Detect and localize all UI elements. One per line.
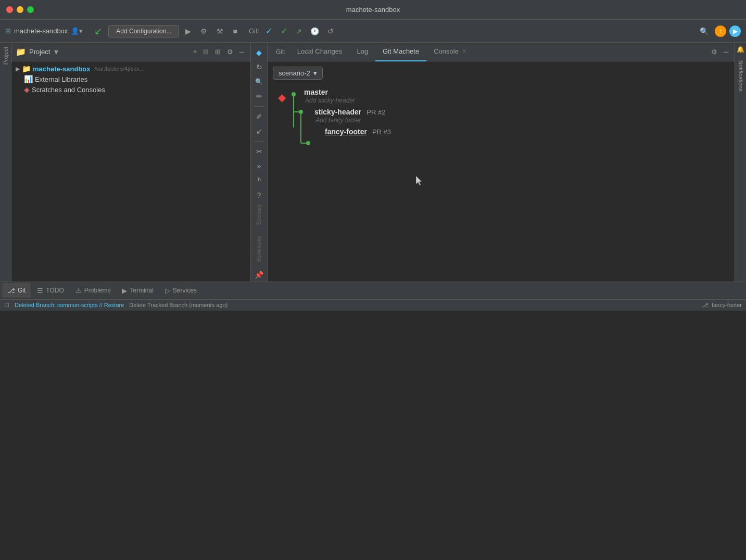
bookmark-pin-button[interactable]: 📌 [252,268,266,282]
scenario-dropdown[interactable]: scenario-2 ▾ [273,67,323,80]
title-bar: machete-sandbox [0,0,746,20]
notifications-label: Notifications [738,60,744,92]
close-button[interactable] [6,6,13,13]
tab-problems[interactable]: ⚠ Problems [70,283,116,298]
right-sidebar: 🔔 Notifications [735,43,746,282]
search-button[interactable]: 🔍 [697,25,712,37]
git-history-button[interactable]: 🕐 [307,25,322,37]
todo-icon: ☰ [37,287,43,295]
git-machete-tool-button[interactable]: ◆ [252,46,266,59]
main-toolbar: ⊞ machete-sandbox 👤▾ ↙ Add Configuration… [0,20,746,43]
debug-button[interactable]: ⚙ [197,25,210,37]
edit2-tool-button[interactable]: ✐ [252,110,266,123]
git-tabs-label: Git: [272,48,290,56]
collapse-all-button[interactable]: ⊟ [201,47,211,57]
minimize-panel-button[interactable]: ─ [237,47,246,57]
branch-fancy-footer-pr: PR #3 [372,128,391,136]
run-button[interactable]: ▶ [182,25,194,37]
svg-point-6 [306,141,310,145]
git-actions: ✓ ✓ ↗ 🕐 ↺ [262,24,337,38]
folder-icon: 📁 [16,47,26,57]
project-icon: ⊞ [5,27,11,35]
branch-row-fancy-footer[interactable]: fancy-footer PR #3 [304,128,724,136]
notifications-bell[interactable]: 🔔 [736,45,745,54]
back-button[interactable]: ↙ [91,23,105,39]
current-branch[interactable]: fancy-footer [712,302,742,308]
minimize-button[interactable] [17,6,23,13]
profile-icon[interactable]: 👤▾ [71,27,83,35]
dropdown-chevron: ▾ [313,69,317,77]
status-message[interactable]: Deleted Branch: common-scripts // Restor… [15,302,124,308]
todo-label: TODO [46,287,64,294]
update-icon[interactable]: ↑ [715,26,726,37]
sync-tool-button[interactable]: ↻ [252,60,266,74]
project-label: ⊞ machete-sandbox 👤▾ [5,27,83,35]
services-icon: ▷ [165,287,170,295]
project-tree: ▶ 📁 machete-sandbox /var/folders/4j/skx.… [11,61,250,97]
status-action: Delete Tracked Branch (moments ago) [129,302,227,308]
question-tool-button[interactable]: ? [252,188,266,202]
left-sidebar: Project [0,43,11,282]
services-label: Services [173,287,197,294]
branch-sticky-header-name: sticky-header [314,108,361,116]
tree-external-libs[interactable]: 📊 External Libraries [11,74,250,84]
status-checkbox: ☐ [4,302,9,309]
scissors-tool-button[interactable]: ✂ [252,145,266,158]
tree-folder-icon: 📁 [22,65,31,73]
tree-scratches[interactable]: ◈ Scratches and Consoles [11,84,250,95]
chevron-tool-button[interactable]: » [252,159,266,173]
tab-todo[interactable]: ☰ TODO [32,283,69,298]
project-name: machete-sandbox [14,27,68,35]
branch-master-desc: Add sticky-header [304,97,724,104]
hook-tool-button[interactable]: ʰ [252,174,266,187]
bottom-tabs-bar: ⎇ Git ☰ TODO ⚠ Problems ▶ Terminal ▷ Ser… [0,282,746,299]
arrow-down-tool-button[interactable]: ↙ [252,124,266,138]
deploy-icon[interactable]: ▶ [729,26,741,37]
branch-tree: ◆ master Add sticky-header [273,86,729,139]
branch-sticky-header-pr: PR #2 [366,108,385,116]
git-push-button[interactable]: ↗ [293,25,305,37]
tab-services[interactable]: ▷ Services [160,283,202,298]
dropdown-arrow[interactable]: ▾ [54,47,58,57]
git-rollback-button[interactable]: ↺ [324,25,337,37]
problems-label: Problems [84,287,111,294]
tab-git-bottom[interactable]: ⎇ Git [2,283,31,298]
git-bottom-label: Git [18,287,26,294]
tree-expand-arrow: ▶ [16,66,20,72]
stop-button[interactable]: ■ [230,25,240,37]
scratches-icon: ◈ [24,85,30,94]
svg-point-4 [292,92,296,96]
tool-separator-2 [254,141,264,142]
tab-terminal[interactable]: ▶ Terminal [117,283,158,298]
expand-all-button[interactable]: ⊞ [213,47,223,57]
branch-row-master[interactable]: ◆ master Add sticky-header [304,88,724,106]
scenario-value: scenario-2 [279,69,310,77]
project-header-actions: ⌖ ⊟ ⊞ ⚙ ─ [191,47,246,57]
build-button[interactable]: ⚒ [213,25,226,37]
external-libs-label: External Libraries [35,75,87,83]
status-bar-right: ⎇ fancy-footer [702,302,742,309]
tree-root-item[interactable]: ▶ 📁 machete-sandbox /var/folders/4j/skx.… [11,63,250,74]
tab-console[interactable]: Console ✕ [426,43,474,61]
terminal-icon: ▶ [122,287,127,295]
edit-tool-button[interactable]: ✏ [252,90,266,103]
git-commit-button[interactable]: ✓ [277,24,290,38]
branch-fancy-footer-info: fancy-footer PR #3 [325,128,724,136]
branch-row-sticky-header[interactable]: sticky-header PR #2 Add fancy footer [304,108,724,125]
add-configuration-button[interactable]: Add Configuration... [108,25,179,37]
tab-console-close[interactable]: ✕ [462,48,466,55]
settings-button[interactable]: ⚙ [225,47,235,57]
git-machete-content: scenario-2 ▾ [268,61,735,282]
scroll-from-source-button[interactable]: ⌖ [191,47,199,57]
find-tool-button[interactable]: 🔍 [252,75,266,88]
window-controls [6,6,34,13]
git-minimize-button[interactable]: ─ [722,47,730,57]
tab-local-changes[interactable]: Local Changes [290,43,350,61]
git-check-button[interactable]: ✓ [262,24,275,38]
tab-git-machete[interactable]: Git Machete [375,43,426,61]
git-settings-button[interactable]: ⚙ [709,47,719,57]
sidebar-project-label[interactable]: Project [3,43,9,69]
structure-label: Structure [256,204,262,225]
maximize-button[interactable] [27,6,34,13]
tab-log[interactable]: Log [349,43,375,61]
